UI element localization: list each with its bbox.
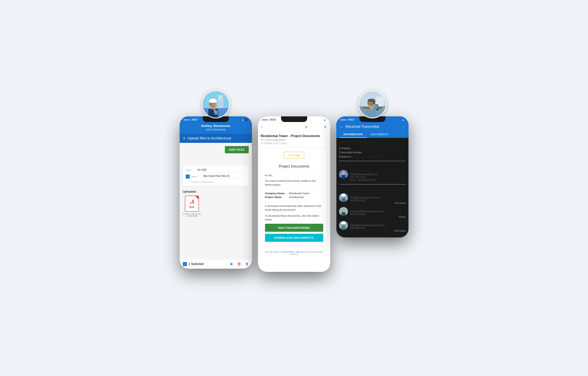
phone1-user-name: Ashley Stevenson — [183, 124, 249, 128]
tab-information[interactable]: INFORMATION — [340, 131, 367, 138]
recipient-1: Tim Cuk Tim@jcukconstructions.com 202-55… — [339, 193, 406, 204]
phone1-carrier: ●●●●○ AT&T — [184, 118, 198, 121]
email-greeting: Hi Tim, — [265, 174, 323, 177]
recipient3-status: Not Viewed — [350, 230, 406, 232]
phone1-wrapper: ●●●●○ AT&T 2:17 ▲ ⬛ Ashley Stevenson A&S… — [180, 104, 252, 269]
recipients-title: Recipients — [339, 187, 406, 191]
svg-point-51 — [342, 194, 345, 196]
sender-avatar — [339, 170, 348, 179]
email-body: Residential Tower - Project Documents To… — [258, 131, 330, 260]
svg-rect-55 — [342, 212, 345, 216]
add-files-button[interactable]: ADD FILES — [225, 146, 248, 153]
close-icon[interactable]: ✕ — [183, 136, 185, 140]
divider-1 — [339, 161, 406, 161]
name-checkbox[interactable]: ✓ — [186, 175, 190, 178]
sent-date: Sent : 14-October-2019 — [350, 178, 406, 181]
bottom-actions: ➤ 🗑 ⬆ — [230, 261, 249, 267]
sign-up-link[interactable]: Sign Up — [296, 251, 304, 253]
back-icon[interactable]: ‹ — [261, 124, 263, 129]
avatar1 — [202, 90, 230, 118]
recipient2-name: John Brown — [350, 207, 406, 210]
send-icon[interactable]: ➤ — [230, 261, 233, 267]
company-row: Company Name Residential Tower — [265, 192, 323, 195]
pdf-file-item[interactable]: 𝓐 PDF A1.02B -_Level_1_Plan_Rev_B.pdf — [183, 196, 201, 217]
phone1-user-company: A&S Consultants — [183, 128, 249, 131]
uploaded-label: Uploaded: — [183, 190, 249, 193]
chevron-up-icon[interactable]: ∧ — [305, 124, 308, 129]
recipient1-name: Tim Cuk — [350, 193, 406, 196]
uploaded-section: Uploaded: 𝓐 PDF A1.02B -_Level_1_Plan_Re… — [183, 190, 249, 217]
tab-documents[interactable]: DOCUMENTS — [367, 131, 393, 138]
recipient-3: Joe Smith Hello@joesmithengineering.com … — [339, 221, 406, 232]
project-row: Project Name: Architectural — [265, 196, 323, 199]
svg-rect-2 — [218, 95, 223, 108]
svg-rect-5 — [219, 98, 220, 100]
phone2-signal: ▲ — [324, 118, 326, 121]
email-para3: To download these documents, click the b… — [265, 214, 323, 222]
email-table: Company Name Residential Tower Project N… — [265, 192, 323, 199]
email-divider-3 — [265, 201, 323, 202]
svg-point-15 — [209, 98, 216, 102]
avatar3 — [358, 90, 386, 118]
recipient1-status: Not Viewed — [350, 202, 406, 204]
recipient3-name: Joe Smith — [350, 221, 406, 224]
code-label: Code * — [186, 169, 196, 171]
svg-rect-18 — [214, 109, 215, 113]
svg-rect-29 — [366, 109, 376, 117]
upload-icon[interactable]: ⬆ — [245, 262, 249, 266]
sender-email: Ashley@asconsulting.com — [350, 173, 406, 176]
phone3-title-row: ← Received Transmittal ⋮ — [340, 124, 405, 131]
back-icon[interactable]: ← — [340, 124, 343, 129]
delete-icon[interactable]: 🗑 — [237, 262, 241, 266]
view-transmittal-button[interactable]: View Transmittal Details — [265, 224, 323, 232]
recipient1-phone: 202-555-0130 — [350, 199, 406, 202]
phone3-signal: ▲ — [402, 118, 405, 121]
star-icon[interactable]: ☆ — [325, 134, 327, 138]
bottom-bar: ✓ 1 Selected ➤ 🗑 ⬆ — [180, 259, 252, 269]
email-divider-1 — [265, 171, 323, 172]
download-documents-button[interactable]: DOWNLOAD DOCUMENTS — [265, 234, 323, 242]
recipient1-info: Tim Cuk Tim@jcukconstructions.com 202-55… — [350, 193, 406, 204]
recipient1-email: Tim@jcukconstructions.com — [350, 196, 406, 199]
recipient2-info: John Brown Planning@brownarchitects.com … — [350, 207, 406, 218]
company-info-val: A&S Consultants — [368, 147, 389, 150]
transmittal-num-val: #7 — [368, 151, 371, 154]
email-to: To: JCuk Constructions — [261, 139, 325, 141]
phone1-content: ADD FILES Code * A1.02B ✓ Name * Site Ro… — [180, 143, 252, 259]
phone3-carrier: ●●●●○ AT&T — [340, 118, 354, 121]
more-icon[interactable]: ⋮ — [401, 124, 405, 129]
name-row: ✓ Name * Site Roof Plan Rev B ⋮ — [186, 174, 246, 179]
bottom-checkbox[interactable]: ✓ — [183, 262, 187, 266]
recipient3-avatar — [339, 221, 348, 230]
recipient2-status: Viewed — [350, 216, 406, 218]
your-account-link[interactable]: Your Account — [282, 251, 293, 253]
svg-point-19 — [212, 104, 212, 105]
related-key: Related to : — [339, 155, 367, 158]
chevron-down-icon[interactable]: ∨ — [324, 124, 327, 129]
recipient2-phone: 410-555-0185 — [350, 213, 406, 216]
recipient2-email: Planning@brownarchitects.com — [350, 210, 406, 213]
project-value: Architectural — [289, 196, 304, 199]
sender-info: Ashley Stevenson Ashley@asconsulting.com… — [350, 170, 406, 181]
code-row: Code * A1.02B — [186, 168, 246, 172]
svg-rect-33 — [368, 101, 368, 104]
phone1: ●●●●○ AT&T 2:17 ▲ ⬛ Ashley Stevenson A&S… — [180, 116, 252, 269]
sent-by-title: Sent by — [339, 164, 406, 167]
phone2-inner: ●●●●○ AT&T 2:17 ▲ ‹ ∧ ∨ Reside — [258, 116, 330, 272]
sent-by-card: Ashley Stevenson Ashley@asconsulting.com… — [339, 170, 406, 181]
main-scene: ●●●●○ AT&T 2:17 ▲ ⬛ Ashley Stevenson A&S… — [180, 104, 408, 272]
phone1-inner: ●●●●○ AT&T 2:17 ▲ ⬛ Ashley Stevenson A&S… — [180, 116, 252, 269]
email-footer: View the project in Your Account or Sign… — [261, 249, 327, 257]
related-val: Documents — [368, 155, 382, 158]
company-info-row: Company : A&S Consultants — [339, 147, 406, 150]
more-options-icon[interactable]: ⋮ — [242, 174, 246, 179]
phone2-status-bar: ●●●●○ AT&T 2:17 ▲ — [258, 116, 330, 122]
email-date: 14 October 2019 1.56pm — [261, 142, 325, 145]
sender-phone: 231-732-1178 — [350, 176, 406, 178]
email-para2: A document transmittal has been attached… — [265, 204, 323, 212]
pdf-filename: A1.02B -_Level_1_Plan_Rev_B.pdf — [183, 213, 201, 217]
phone3-wrapper: ●●●●○ AT&T 2:17 ▲ ← Received Transmittal… — [336, 104, 408, 238]
svg-point-61 — [342, 221, 345, 224]
transmittal-num-key: Transmittal Number : — [339, 151, 367, 154]
transmittal-body: Transmittal Information Company : A&S Co… — [336, 138, 408, 238]
